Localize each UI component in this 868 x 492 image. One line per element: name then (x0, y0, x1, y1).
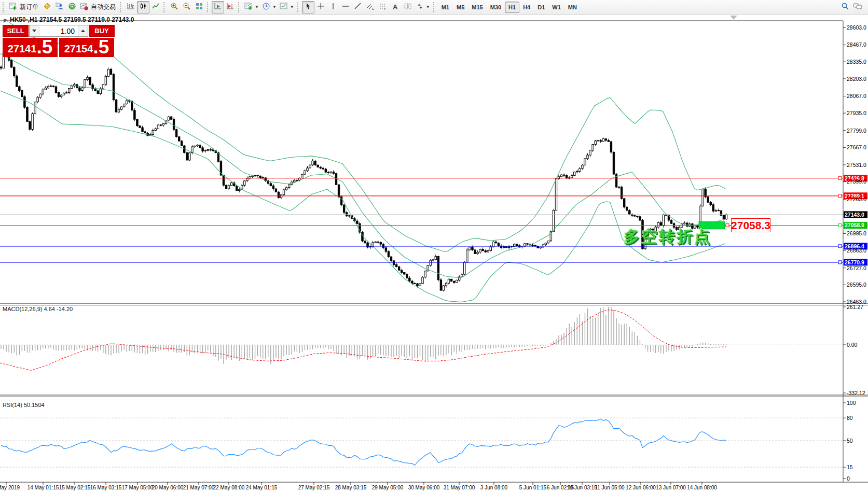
channel-tool-button[interactable]: E (364, 1, 377, 13)
crosshair-tool-button[interactable] (314, 1, 327, 13)
timeframe-h4-button[interactable]: H4 (519, 2, 534, 13)
svg-text:E: E (372, 7, 374, 10)
volume-decrease-button[interactable] (30, 25, 39, 36)
fibonacci-icon: F (379, 2, 387, 12)
svg-text:12 Jun 06:00: 12 Jun 06:00 (626, 485, 656, 490)
svg-text:26595.0: 26595.0 (847, 282, 866, 288)
timeframe-group: M1M5M15M30H1H4D1W1MN (438, 2, 581, 13)
svg-text:80: 80 (847, 415, 853, 421)
svg-text:26727.0: 26727.0 (847, 265, 866, 271)
periods-button[interactable]: ▼ (260, 1, 278, 13)
line-chart-mode-button[interactable] (149, 1, 162, 13)
vertical-line-tool-button[interactable] (327, 1, 339, 13)
toolbar: 新订单 自动交易 (0, 0, 868, 15)
cursor-tool-button[interactable] (302, 1, 314, 13)
chevron-down-icon: ▼ (426, 5, 430, 9)
toolbar-grip[interactable] (3, 2, 5, 12)
volume-input[interactable] (39, 25, 78, 36)
line-chart-icon (151, 2, 160, 12)
navigator-icon (68, 2, 76, 12)
market-watch-button[interactable] (53, 1, 66, 13)
svg-text:31 May 07:00: 31 May 07:00 (444, 485, 475, 490)
svg-text:0: 0 (847, 475, 850, 482)
toolbar-grip[interactable] (433, 2, 435, 12)
svg-text:27263.0: 27263.0 (847, 196, 866, 202)
search-icon (841, 2, 849, 12)
chevron-down-icon: ▼ (272, 5, 277, 9)
new-order-button[interactable]: 新订单 (7, 1, 41, 13)
bar-chart-icon (127, 2, 135, 12)
scroll-to-end-marker[interactable] (730, 16, 737, 20)
shapes-tool-button[interactable]: ▼ (414, 1, 432, 13)
search-button[interactable] (839, 1, 851, 13)
tile-windows-button[interactable] (193, 1, 205, 13)
toolbar-grip[interactable] (207, 2, 209, 12)
new-order-icon (9, 2, 17, 12)
chart-shift-button[interactable] (224, 1, 237, 13)
svg-text:28 May 03:15: 28 May 03:15 (335, 485, 367, 490)
svg-text:28203.0: 28203.0 (847, 76, 866, 82)
toolbar-grip[interactable] (238, 2, 240, 12)
turning-point-annotation[interactable]: 多空转折点 (624, 226, 712, 248)
templates-button[interactable]: ▼ (278, 1, 296, 13)
timeframe-mn-button[interactable]: MN (564, 2, 581, 13)
svg-text:50: 50 (847, 438, 853, 444)
timeframe-d1-button[interactable]: D1 (534, 2, 548, 13)
timeframe-m1-button[interactable]: M1 (438, 2, 453, 13)
chat-button[interactable] (851, 1, 864, 13)
equidistant-channel-icon: E (366, 2, 375, 12)
svg-text:13 Jun 07:00: 13 Jun 07:00 (656, 485, 686, 490)
text-label-tool-button[interactable]: T (402, 1, 414, 13)
sell-price-box[interactable]: 27141.5 (3, 38, 58, 57)
trendline-tool-button[interactable] (352, 1, 364, 13)
macd-indicator-label: MACD(12,26,9) 4.64 -14.20 (3, 306, 73, 312)
timeframe-m15-button[interactable]: M15 (468, 2, 486, 13)
svg-text:28335.0: 28335.0 (847, 59, 866, 65)
zoom-out-icon (183, 2, 191, 12)
fibonacci-tool-button[interactable]: F (377, 1, 389, 13)
chart-shift-icon (226, 2, 235, 12)
svg-text:26863.0: 26863.0 (847, 247, 866, 254)
volume-increase-button[interactable] (78, 25, 88, 36)
profiles-icon (43, 2, 51, 12)
autotrading-button[interactable]: 自动交易 (78, 1, 118, 13)
tile-windows-icon (195, 2, 203, 12)
buy-price-main: 27154 (64, 41, 93, 57)
horizontal-line-icon (341, 2, 350, 12)
bar-chart-mode-button[interactable] (125, 1, 137, 13)
candlestick-mode-button[interactable] (137, 1, 149, 13)
svg-text:28067.0: 28067.0 (847, 93, 866, 99)
svg-text:14 Jun 08:00: 14 Jun 08:00 (687, 485, 717, 490)
toolbar-grip[interactable] (297, 2, 299, 12)
svg-text:0.00: 0.00 (847, 342, 858, 348)
svg-text:30 May 06:00: 30 May 06:00 (408, 485, 440, 490)
timeframe-h1-button[interactable]: H1 (505, 2, 519, 13)
buy-button[interactable]: BUY (89, 25, 115, 37)
annotation-price-label[interactable]: 27058.3 (731, 218, 770, 232)
trendline-icon (354, 2, 362, 12)
toolbar-grip[interactable] (163, 2, 166, 12)
indicators-button[interactable]: ▼ (243, 1, 260, 13)
timeframe-m30-button[interactable]: M30 (487, 2, 505, 13)
zoom-in-button[interactable] (168, 1, 181, 13)
autotrading-label: 自动交易 (90, 3, 117, 11)
text-tool-button[interactable]: A (389, 1, 402, 13)
timeframe-w1-button[interactable]: W1 (548, 2, 564, 13)
profiles-button[interactable] (41, 1, 53, 13)
zoom-out-button[interactable] (181, 1, 193, 13)
buy-price-box[interactable]: 27154.5 (59, 38, 114, 57)
navigator-button[interactable] (66, 1, 78, 13)
buy-price-fraction: .5 (93, 38, 109, 57)
toolbar-grip[interactable] (120, 2, 122, 12)
svg-text:24 May 01:15: 24 May 01:15 (246, 485, 278, 490)
sell-button[interactable]: SELL (3, 25, 29, 37)
horizontal-line-tool-button[interactable] (339, 1, 352, 13)
chevron-down-icon: ▼ (255, 5, 259, 9)
chart-canvas[interactable]: 27426.827289.127143.027058.926896.426770… (0, 15, 868, 492)
one-click-trading-panel: SELL BUY 27141.5 27154.5 (3, 25, 115, 57)
timeframe-m5-button[interactable]: M5 (453, 2, 468, 13)
chevron-down-icon: ▼ (290, 5, 294, 9)
svg-text:F: F (384, 7, 387, 10)
auto-scroll-button[interactable] (212, 1, 224, 13)
one-click-collapse-icon[interactable] (2, 17, 8, 22)
